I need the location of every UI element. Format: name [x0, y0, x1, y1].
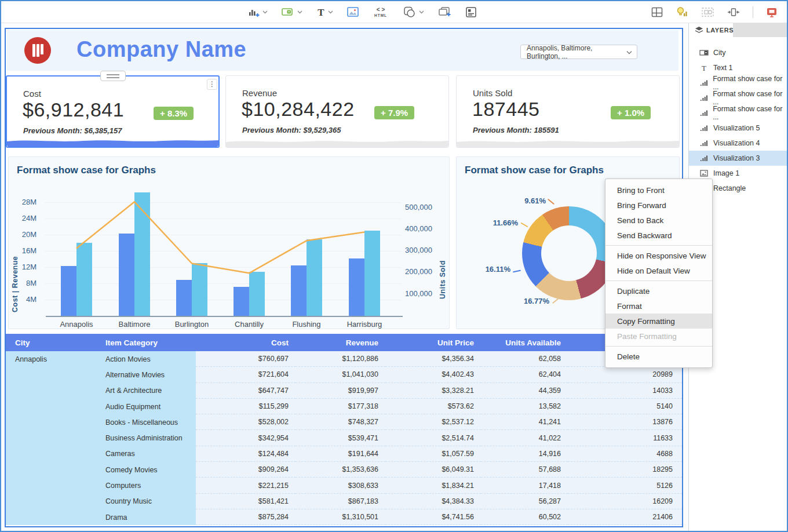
- context-menu-item-format[interactable]: Format: [605, 298, 712, 314]
- context-menu-item-bring-forward[interactable]: Bring Forward: [605, 198, 712, 213]
- layer-item-label: Format show case for ...: [713, 105, 787, 121]
- kpi-card-cost[interactable]: Cost$6,912,841+ 8.3%Previous Month: $6,3…: [6, 75, 220, 148]
- table-cell: 56,287: [481, 494, 568, 509]
- table-row: Business Administration$342,954$539,471$…: [6, 430, 682, 446]
- table-row: Drama$875,284$1,310,501$4,741.5660,50221…: [6, 509, 682, 525]
- table-cell: $909,264: [196, 462, 296, 478]
- table-cell: 41,022: [481, 430, 568, 446]
- context-menu-item-delete[interactable]: Delete: [605, 349, 712, 364]
- gridline: [45, 202, 402, 203]
- layout-icon[interactable]: [651, 7, 663, 17]
- donut-callout-tick: [548, 199, 554, 205]
- table-cell: [6, 383, 100, 399]
- gridline: [45, 235, 402, 235]
- table-cell: $2,537.12: [385, 414, 481, 430]
- table-cell: $1,310,501: [296, 509, 385, 525]
- donut-callout-label: 11.66%: [486, 218, 518, 227]
- table-cell: [6, 414, 100, 430]
- right-axis-tick: 200,000: [405, 267, 440, 276]
- table-cell: Cameras: [100, 446, 196, 462]
- context-menu-item-copy-formatting[interactable]: Copy Formatting: [605, 314, 712, 329]
- context-menu-item-send-backward[interactable]: Send Backward: [605, 228, 712, 243]
- revenue-bar: [76, 243, 92, 316]
- layer-item-label: Text 1: [713, 64, 732, 72]
- chart-icon: [699, 94, 709, 101]
- insert-table-icon[interactable]: [465, 6, 477, 18]
- dashboard-header-card[interactable]: Company Name Annapolis, Baltimore, Burli…: [7, 30, 678, 71]
- table-cell: [6, 399, 100, 414]
- table-cell: 60,502: [481, 509, 568, 525]
- table-row: Comedy Movies$909,264$1,353,636$6,049.31…: [6, 462, 682, 478]
- dashboard-canvas[interactable]: Company Name Annapolis, Baltimore, Burli…: [5, 28, 683, 527]
- drag-handle[interactable]: [100, 71, 126, 81]
- right-axis-tick: 100,000: [405, 289, 440, 298]
- layer-item-visualization-3[interactable]: Visualization 3: [689, 151, 787, 166]
- layers-tab[interactable]: LAYERS: [689, 23, 733, 37]
- insert-chart-icon[interactable]: [248, 6, 268, 18]
- context-menu-divider: [605, 245, 712, 246]
- table-cell: $124,484: [196, 446, 296, 462]
- right-axis-tick: 500,000: [405, 203, 440, 212]
- layer-item-visualization-4[interactable]: Visualization 4: [689, 136, 787, 151]
- layer-item-label: Visualization 4: [713, 139, 760, 147]
- context-menu-item-paste-formatting[interactable]: Paste Formatting: [605, 329, 712, 344]
- layer-item-format-show-case-for-[interactable]: Format show case for ...: [689, 75, 787, 90]
- context-menu-item-bring-to-front[interactable]: Bring to Front: [605, 183, 712, 198]
- table-cell: $308,633: [296, 478, 385, 493]
- group-icon[interactable]: [701, 6, 714, 18]
- table-row: Computers$221,215$308,633$1,834.2117,418…: [6, 478, 682, 493]
- table-row: AnnapolisAction Movies$760,697$1,120,886…: [6, 351, 682, 367]
- context-menu-item-send-to-back[interactable]: Send to Back: [605, 213, 712, 228]
- table-cell: 57,688: [481, 462, 568, 478]
- layers-title: LAYERS: [706, 27, 734, 34]
- table-cell: 44,359: [481, 383, 568, 399]
- context-menu-divider: [605, 346, 712, 347]
- region-dropdown[interactable]: Annapolis, Baltimore, Burlington, ...: [520, 45, 637, 59]
- fit-view-icon[interactable]: [727, 6, 740, 18]
- add-object-icon[interactable]: [438, 6, 451, 18]
- insights-icon[interactable]: [676, 6, 688, 18]
- x-axis-line: [46, 316, 403, 317]
- kebab-menu-button[interactable]: ⋮: [207, 79, 217, 90]
- kpi-card-revenue[interactable]: Revenue$10,284,422+ 7.9%Previous Month: …: [225, 75, 449, 148]
- revenue-bar: [249, 272, 265, 316]
- kpi-card-units-sold[interactable]: Units Sold187445+ 1.0%Previous Month: 18…: [456, 75, 680, 148]
- table-cell: Art & Architecture: [100, 383, 196, 399]
- insert-text-icon[interactable]: T: [316, 7, 333, 17]
- layer-item-city[interactable]: City: [689, 45, 787, 60]
- table-cell: $1,041,030: [296, 367, 385, 382]
- layer-item-format-show-case-for-[interactable]: Format show case for ...: [689, 90, 787, 105]
- layer-item-format-show-case-for-[interactable]: Format show case for ...: [689, 105, 787, 121]
- table-header-cell: Cost: [196, 334, 296, 351]
- chart-icon: [699, 140, 709, 147]
- table-header-cell: Item Category: [100, 334, 196, 351]
- gridline: [45, 283, 402, 284]
- insert-shapes-icon[interactable]: [403, 6, 424, 18]
- table-cell: [6, 430, 100, 446]
- insert-map-icon[interactable]: [282, 7, 302, 17]
- kpi-title: Cost: [23, 89, 41, 99]
- combo-chart-widget[interactable]: Format show case for Graphs 4M8M12M16M20…: [8, 156, 450, 329]
- kpi-title: Units Sold: [473, 88, 512, 98]
- table-row: Alternative Movies$721,604$1,041,030$4,4…: [6, 367, 682, 382]
- table-cell: 62,404: [481, 367, 568, 382]
- chart-icon: [699, 110, 709, 116]
- category-label: Baltimore: [107, 320, 162, 329]
- insert-html-icon[interactable]: < >HTML: [373, 6, 389, 18]
- table-cell: 16209: [568, 494, 682, 509]
- table-widget[interactable]: CityItem CategoryCostRevenueUnit PriceUn…: [6, 334, 682, 525]
- layers-panel-header: LAYERS: [689, 23, 787, 37]
- layer-item-text-1[interactable]: TText 1: [689, 60, 787, 75]
- insert-image-icon[interactable]: [347, 7, 359, 17]
- context-menu-item-duplicate[interactable]: Duplicate: [605, 283, 712, 298]
- context-menu-divider: [605, 280, 712, 281]
- present-icon[interactable]: [766, 6, 778, 18]
- table-cell: 14,916: [481, 446, 568, 462]
- context-menu-item-hide-on-default-view[interactable]: Hide on Default View: [605, 263, 712, 278]
- table-cell: $6,049.31: [385, 462, 481, 478]
- company-name-title: Company Name: [76, 37, 246, 62]
- context-menu-item-hide-on-responsive-view[interactable]: Hide on Responsive View: [605, 248, 712, 263]
- layer-item-visualization-5[interactable]: Visualization 5: [689, 121, 787, 136]
- category-label: Annapolis: [49, 320, 104, 329]
- chart-icon: [699, 155, 709, 162]
